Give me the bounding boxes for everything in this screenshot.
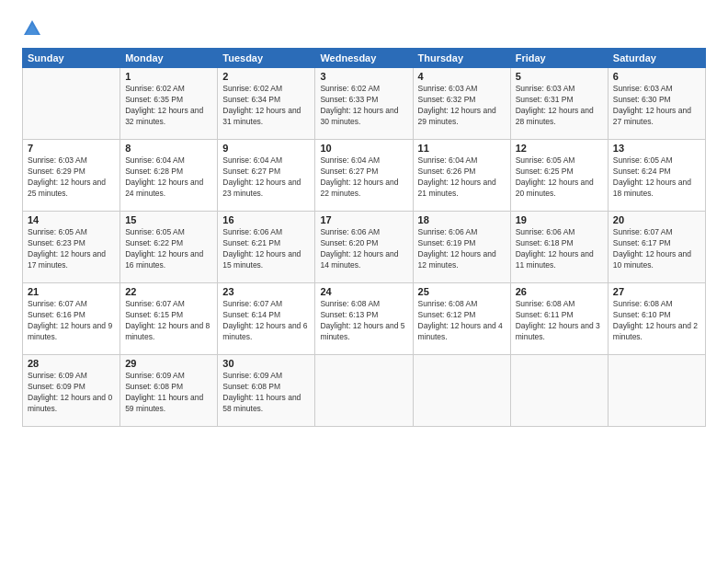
logo-icon [22, 18, 42, 39]
day-info: Sunrise: 6:09 AMSunset: 6:08 PMDaylight:… [125, 371, 212, 415]
day-number: 25 [418, 286, 506, 297]
day-number: 5 [516, 71, 603, 82]
day-number: 15 [125, 214, 212, 225]
day-info: Sunrise: 6:05 AMSunset: 6:23 PMDaylight:… [28, 227, 115, 271]
day-info: Sunrise: 6:04 AMSunset: 6:26 PMDaylight:… [418, 155, 506, 200]
calendar-table: SundayMondayTuesdayWednesdayThursdayFrid… [22, 48, 706, 427]
day-cell: 26Sunrise: 6:08 AMSunset: 6:11 PMDayligh… [510, 283, 608, 355]
day-info: Sunrise: 6:06 AMSunset: 6:21 PMDaylight:… [222, 227, 310, 271]
day-cell: 24Sunrise: 6:08 AMSunset: 6:13 PMDayligh… [315, 283, 413, 355]
day-number: 2 [222, 71, 310, 82]
week-row: 1Sunrise: 6:02 AMSunset: 6:35 PMDaylight… [23, 68, 706, 140]
day-cell: 10Sunrise: 6:04 AMSunset: 6:27 PMDayligh… [315, 140, 413, 212]
day-cell: 2Sunrise: 6:02 AMSunset: 6:34 PMDaylight… [218, 68, 315, 140]
day-cell: 4Sunrise: 6:03 AMSunset: 6:32 PMDaylight… [413, 68, 510, 140]
day-info: Sunrise: 6:05 AMSunset: 6:22 PMDaylight:… [125, 227, 212, 271]
day-number: 22 [125, 286, 212, 297]
day-number: 1 [125, 71, 212, 82]
day-cell: 30Sunrise: 6:09 AMSunset: 6:08 PMDayligh… [218, 355, 315, 427]
header-row: SundayMondayTuesdayWednesdayThursdayFrid… [23, 49, 706, 68]
day-cell: 11Sunrise: 6:04 AMSunset: 6:26 PMDayligh… [413, 140, 510, 212]
week-row: 28Sunrise: 6:09 AMSunset: 6:09 PMDayligh… [23, 355, 706, 427]
day-cell: 1Sunrise: 6:02 AMSunset: 6:35 PMDaylight… [120, 68, 218, 140]
day-info: Sunrise: 6:03 AMSunset: 6:32 PMDaylight:… [418, 84, 506, 128]
day-cell: 14Sunrise: 6:05 AMSunset: 6:23 PMDayligh… [23, 212, 120, 283]
day-cell [510, 355, 608, 427]
day-cell: 27Sunrise: 6:08 AMSunset: 6:10 PMDayligh… [608, 283, 705, 355]
day-info: Sunrise: 6:08 AMSunset: 6:10 PMDaylight:… [613, 299, 700, 343]
day-number: 16 [222, 214, 310, 225]
day-number: 19 [516, 214, 603, 225]
day-cell: 7Sunrise: 6:03 AMSunset: 6:29 PMDaylight… [23, 140, 120, 212]
header-day: Sunday [23, 49, 120, 68]
header-day: Saturday [608, 49, 705, 68]
logo [22, 18, 46, 39]
day-cell: 19Sunrise: 6:06 AMSunset: 6:18 PMDayligh… [510, 212, 608, 283]
day-number: 20 [613, 214, 700, 225]
day-cell: 28Sunrise: 6:09 AMSunset: 6:09 PMDayligh… [23, 355, 120, 427]
day-number: 18 [418, 214, 506, 225]
day-info: Sunrise: 6:09 AMSunset: 6:09 PMDaylight:… [28, 371, 115, 415]
day-info: Sunrise: 6:02 AMSunset: 6:34 PMDaylight:… [222, 84, 310, 128]
day-number: 7 [28, 143, 115, 154]
day-cell: 12Sunrise: 6:05 AMSunset: 6:25 PMDayligh… [510, 140, 608, 212]
day-cell [608, 355, 705, 427]
day-number: 23 [222, 286, 310, 297]
day-cell [413, 355, 510, 427]
day-number: 10 [320, 143, 407, 154]
day-number: 4 [418, 71, 506, 82]
day-number: 3 [320, 71, 407, 82]
day-info: Sunrise: 6:02 AMSunset: 6:35 PMDaylight:… [125, 84, 212, 128]
day-info: Sunrise: 6:07 AMSunset: 6:17 PMDaylight:… [613, 227, 700, 271]
day-cell [23, 68, 120, 140]
day-info: Sunrise: 6:08 AMSunset: 6:13 PMDaylight:… [320, 299, 407, 343]
day-cell: 13Sunrise: 6:05 AMSunset: 6:24 PMDayligh… [608, 140, 705, 212]
day-info: Sunrise: 6:06 AMSunset: 6:19 PMDaylight:… [418, 227, 506, 271]
day-cell: 29Sunrise: 6:09 AMSunset: 6:08 PMDayligh… [120, 355, 218, 427]
header-day: Thursday [413, 49, 510, 68]
day-cell [315, 355, 413, 427]
day-cell: 9Sunrise: 6:04 AMSunset: 6:27 PMDaylight… [218, 140, 315, 212]
header-day: Monday [120, 49, 218, 68]
day-info: Sunrise: 6:07 AMSunset: 6:15 PMDaylight:… [125, 299, 212, 343]
day-cell: 17Sunrise: 6:06 AMSunset: 6:20 PMDayligh… [315, 212, 413, 283]
header [22, 18, 706, 39]
day-number: 17 [320, 214, 407, 225]
week-row: 7Sunrise: 6:03 AMSunset: 6:29 PMDaylight… [23, 140, 706, 212]
day-cell: 18Sunrise: 6:06 AMSunset: 6:19 PMDayligh… [413, 212, 510, 283]
day-cell: 21Sunrise: 6:07 AMSunset: 6:16 PMDayligh… [23, 283, 120, 355]
day-info: Sunrise: 6:03 AMSunset: 6:29 PMDaylight:… [28, 155, 115, 200]
day-cell: 3Sunrise: 6:02 AMSunset: 6:33 PMDaylight… [315, 68, 413, 140]
day-number: 9 [222, 143, 310, 154]
day-number: 11 [418, 143, 506, 154]
day-number: 28 [28, 358, 115, 369]
day-cell: 15Sunrise: 6:05 AMSunset: 6:22 PMDayligh… [120, 212, 218, 283]
day-info: Sunrise: 6:05 AMSunset: 6:25 PMDaylight:… [516, 155, 603, 200]
day-info: Sunrise: 6:08 AMSunset: 6:12 PMDaylight:… [418, 299, 506, 343]
header-day: Friday [510, 49, 608, 68]
day-number: 21 [28, 286, 115, 297]
day-cell: 6Sunrise: 6:03 AMSunset: 6:30 PMDaylight… [608, 68, 705, 140]
day-info: Sunrise: 6:03 AMSunset: 6:30 PMDaylight:… [613, 84, 700, 128]
day-number: 24 [320, 286, 407, 297]
day-cell: 20Sunrise: 6:07 AMSunset: 6:17 PMDayligh… [608, 212, 705, 283]
day-cell: 8Sunrise: 6:04 AMSunset: 6:28 PMDaylight… [120, 140, 218, 212]
day-info: Sunrise: 6:08 AMSunset: 6:11 PMDaylight:… [516, 299, 603, 343]
week-row: 21Sunrise: 6:07 AMSunset: 6:16 PMDayligh… [23, 283, 706, 355]
week-row: 14Sunrise: 6:05 AMSunset: 6:23 PMDayligh… [23, 212, 706, 283]
day-cell: 23Sunrise: 6:07 AMSunset: 6:14 PMDayligh… [218, 283, 315, 355]
day-number: 13 [613, 143, 700, 154]
day-info: Sunrise: 6:06 AMSunset: 6:20 PMDaylight:… [320, 227, 407, 271]
day-cell: 16Sunrise: 6:06 AMSunset: 6:21 PMDayligh… [218, 212, 315, 283]
day-number: 29 [125, 358, 212, 369]
header-day: Wednesday [315, 49, 413, 68]
day-info: Sunrise: 6:09 AMSunset: 6:08 PMDaylight:… [222, 371, 310, 415]
day-info: Sunrise: 6:02 AMSunset: 6:33 PMDaylight:… [320, 84, 407, 128]
header-day: Tuesday [218, 49, 315, 68]
day-info: Sunrise: 6:05 AMSunset: 6:24 PMDaylight:… [613, 155, 700, 200]
page: SundayMondayTuesdayWednesdayThursdayFrid… [0, 0, 728, 563]
day-info: Sunrise: 6:07 AMSunset: 6:14 PMDaylight:… [222, 299, 310, 343]
day-number: 12 [516, 143, 603, 154]
day-info: Sunrise: 6:04 AMSunset: 6:28 PMDaylight:… [125, 155, 212, 200]
day-number: 27 [613, 286, 700, 297]
